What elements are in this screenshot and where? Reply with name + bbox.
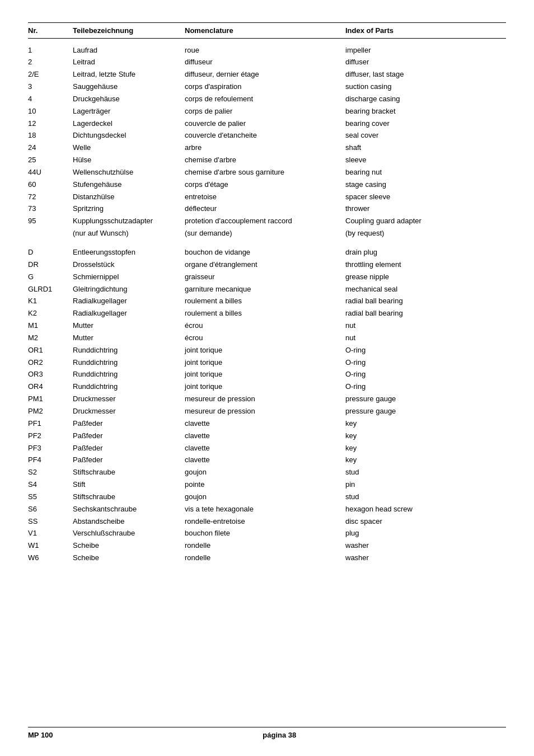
- cell-de: Verschlußschraube: [73, 528, 185, 539]
- cell-fr: bouchon de vidange: [185, 247, 345, 258]
- cell-nr: PM2: [28, 406, 73, 417]
- cell-nr: D: [28, 247, 73, 258]
- cell-de: Hülse: [73, 155, 185, 166]
- cell-fr: couvercle d'etancheite: [185, 130, 345, 141]
- cell-en: radial ball bearing: [345, 296, 506, 307]
- cell-de: Schmiernippel: [73, 272, 185, 283]
- table-row: 4 Druckgehäuse corps de refoulement disc…: [28, 93, 506, 105]
- cell-nr: 73: [28, 204, 73, 214]
- cell-nr: W1: [28, 541, 73, 551]
- table-row: 95 Kupplungsschutzadapter protetion d'ac…: [28, 215, 506, 228]
- table-row: 73 Spritzring déflecteur thrower: [28, 203, 506, 215]
- cell-en: stage casing: [345, 180, 506, 190]
- cell-en: O-ring: [345, 345, 506, 356]
- cell-en: bearing cover: [345, 119, 506, 129]
- cell-de: Stufengehäuse: [73, 180, 185, 190]
- cell-en: pressure gauge: [345, 406, 506, 417]
- cell-nr: 10: [28, 106, 73, 117]
- cell-de: Kupplungsschutzadapter: [73, 216, 185, 227]
- cell-en: stud: [345, 467, 506, 478]
- table-row: PF4 Paßfeder clavette key: [28, 454, 506, 467]
- cell-nr: OR3: [28, 369, 73, 380]
- table-row: OR3 Runddichtring joint torique O-ring: [28, 369, 506, 381]
- table-row: S6 Sechskantschraube vis a tete hexagona…: [28, 503, 506, 515]
- table-row: PF2 Paßfeder clavette key: [28, 430, 506, 442]
- table-row: 1 Laufrad roue impeller: [28, 44, 506, 57]
- cell-en: O-ring: [345, 369, 506, 380]
- cell-en: bearing nut: [345, 167, 506, 178]
- table-row: M2 Mutter écrou nut: [28, 332, 506, 344]
- cell-de: (nur auf Wunsch): [73, 228, 185, 239]
- cell-de: Paßfeder: [73, 455, 185, 466]
- cell-nr: 60: [28, 180, 73, 190]
- table-row: PM1 Druckmesser mesureur de pression pre…: [28, 393, 506, 406]
- table-row: 25 Hülse chemise d'arbre sleeve: [28, 154, 506, 167]
- table-row: K1 Radialkugellager roulement a billes r…: [28, 295, 506, 308]
- cell-fr: corps d'aspiration: [185, 82, 345, 92]
- table-row: 10 Lagerträger corps de palier bearing b…: [28, 105, 506, 118]
- cell-fr: corps de palier: [185, 106, 345, 117]
- cell-en: hexagon head screw: [345, 504, 506, 515]
- cell-nr: 1: [28, 45, 73, 56]
- table-row: PF1 Paßfeder clavette key: [28, 417, 506, 430]
- cell-fr: écrou: [185, 333, 345, 344]
- table-row: 2/E Leitrad, letzte Stufe diffuseur, der…: [28, 69, 506, 81]
- footer-left: MP 100: [28, 731, 53, 739]
- cell-nr: V1: [28, 528, 73, 539]
- cell-fr: (sur demande): [185, 228, 345, 239]
- cell-nr: S2: [28, 467, 73, 478]
- cell-en: spacer sleeve: [345, 192, 506, 203]
- cell-fr: bouchon filete: [185, 528, 345, 539]
- table-row: OR1 Runddichtring joint torique O-ring: [28, 344, 506, 356]
- cell-de: Radialkugellager: [73, 308, 185, 319]
- cell-en: key: [345, 431, 506, 442]
- cell-de: Welle: [73, 143, 185, 153]
- cell-en: sleeve: [345, 155, 506, 166]
- cell-nr: 2: [28, 57, 73, 68]
- cell-fr: garniture mecanique: [185, 284, 345, 295]
- col-de-header: Teilebezeichnung: [73, 26, 185, 35]
- cell-fr: clavette: [185, 431, 345, 442]
- cell-nr: S4: [28, 480, 73, 490]
- cell-nr: [28, 228, 73, 239]
- cell-en: throttling element: [345, 260, 506, 270]
- cell-nr: 24: [28, 143, 73, 153]
- cell-nr: OR4: [28, 382, 73, 392]
- cell-en: washer: [345, 553, 506, 564]
- cell-de: Scheibe: [73, 553, 185, 564]
- cell-de: Runddichtring: [73, 345, 185, 356]
- cell-de: Druckmesser: [73, 394, 185, 405]
- cell-fr: joint torique: [185, 369, 345, 380]
- table-row: 2 Leitrad diffuseur diffuser: [28, 57, 506, 69]
- cell-fr: vis a tete hexagonale: [185, 504, 345, 515]
- cell-nr: 12: [28, 119, 73, 129]
- table-row: 18 Dichtungsdeckel couvercle d'etancheit…: [28, 130, 506, 142]
- cell-en: grease nipple: [345, 272, 506, 283]
- table-row: PF3 Paßfeder clavette key: [28, 442, 506, 454]
- cell-de: Sauggehäuse: [73, 82, 185, 92]
- table-header: Nr. Teilebezeichnung Nomenclature Index …: [28, 22, 506, 39]
- table-row: PM2 Druckmesser mesureur de pression pre…: [28, 405, 506, 417]
- page-content: Nr. Teilebezeichnung Nomenclature Index …: [28, 22, 506, 564]
- cell-de: Spritzring: [73, 204, 185, 214]
- cell-nr: K2: [28, 308, 73, 319]
- footer-center: página 38: [263, 731, 296, 739]
- cell-nr: 72: [28, 192, 73, 203]
- parts-table-2: D Entleerungsstopfen bouchon de vidange …: [28, 247, 506, 565]
- parts-table: 1 Laufrad roue impeller 2 Leitrad diffus…: [28, 44, 506, 240]
- cell-fr: clavette: [185, 455, 345, 466]
- cell-de: Lagerträger: [73, 106, 185, 117]
- cell-nr: 18: [28, 130, 73, 141]
- cell-en: mechanical seal: [345, 284, 506, 295]
- cell-de: Radialkugellager: [73, 296, 185, 307]
- col-en-header: Index of Parts: [345, 26, 506, 35]
- cell-de: Paßfeder: [73, 443, 185, 454]
- cell-de: Runddichtring: [73, 358, 185, 368]
- cell-en: O-ring: [345, 382, 506, 392]
- cell-en: plug: [345, 528, 506, 539]
- cell-de: Paßfeder: [73, 419, 185, 429]
- cell-nr: OR1: [28, 345, 73, 356]
- cell-nr: G: [28, 272, 73, 283]
- cell-en: pin: [345, 480, 506, 490]
- section-gap: [28, 240, 506, 247]
